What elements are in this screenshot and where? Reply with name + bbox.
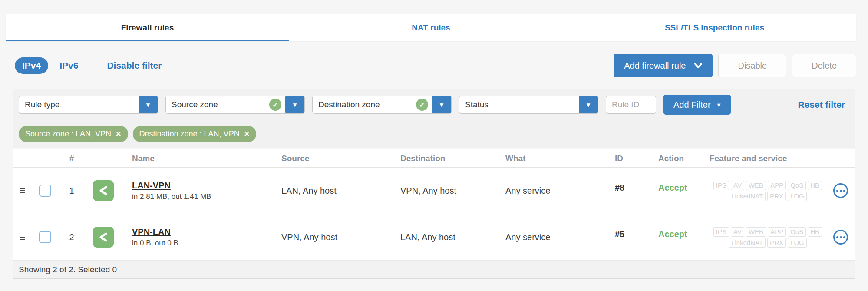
more-actions-button[interactable] xyxy=(833,230,848,245)
feature-badge-qos: QoS xyxy=(788,227,806,237)
chevron-down-icon[interactable]: ▾ xyxy=(579,96,598,114)
more-actions-button[interactable] xyxy=(833,183,848,198)
toolbar: IPv4 IPv6 Disable filter Add firewall ru… xyxy=(6,54,856,77)
rule-icon-cell xyxy=(85,180,122,201)
feature-badge-linkednat: LinkedNAT xyxy=(729,238,766,248)
header-what: What xyxy=(495,154,604,163)
status-label: Status xyxy=(459,100,579,109)
delete-button[interactable]: Delete xyxy=(792,54,856,77)
rule-action: Accept xyxy=(648,183,700,193)
rule-name-link[interactable]: LAN-VPN xyxy=(132,181,271,191)
drag-handle-cell xyxy=(13,188,32,193)
ellipsis-icon xyxy=(836,190,838,192)
rule-name-cell: VPN-LAN in 0 B, out 0 B xyxy=(122,227,271,248)
ipv4-toggle[interactable]: IPv4 xyxy=(15,57,48,74)
rule-what: Any service xyxy=(495,186,604,196)
rule-source: LAN, Any host xyxy=(271,186,390,196)
close-icon[interactable]: ✕ xyxy=(244,130,250,138)
add-filter-button[interactable]: Add Filter ▾ xyxy=(663,95,731,115)
drag-handle-icon[interactable] xyxy=(20,188,32,193)
filter-panel: Rule type ▾ Source zone ✓ ▾ Destination … xyxy=(13,89,855,148)
rule-id: #5 xyxy=(604,229,648,239)
header-source: Source xyxy=(271,154,390,163)
rule-source: VPN, Any host xyxy=(271,232,390,242)
feature-badge-app: APP xyxy=(768,227,786,237)
rule-name-cell: LAN-VPN in 2.81 MB, out 1.41 MB xyxy=(122,181,271,201)
rule-name-link[interactable]: VPN-LAN xyxy=(132,227,271,237)
rule-id-input[interactable] xyxy=(606,96,656,114)
add-firewall-rule-button[interactable]: Add firewall rule xyxy=(614,54,713,77)
filter-applied-check-icon: ✓ xyxy=(269,99,281,111)
reset-filter-link[interactable]: Reset filter xyxy=(798,99,849,110)
drag-handle-cell xyxy=(13,235,32,240)
tab-nat-rules[interactable]: NAT rules xyxy=(289,14,573,41)
close-icon[interactable]: ✕ xyxy=(116,130,121,138)
header-destination: Destination xyxy=(390,154,495,163)
feature-badge-log: LOG xyxy=(788,238,807,248)
feature-badge-hb: HB xyxy=(808,181,822,190)
row-checkbox[interactable] xyxy=(39,231,51,243)
feature-badge-web: WEB xyxy=(746,181,766,190)
add-filter-label: Add Filter xyxy=(673,100,711,110)
source-zone-dropdown[interactable]: Source zone ✓ ▾ xyxy=(165,96,305,114)
table-row: 2 VPN-LAN in 0 B, out 0 B VPN, Any host … xyxy=(13,214,855,261)
filter-applied-check-icon: ✓ xyxy=(416,99,428,111)
chevron-down-icon[interactable]: ▾ xyxy=(432,96,451,114)
share-icon xyxy=(98,185,109,196)
feature-badge-ips: IPS xyxy=(713,181,729,190)
header-number: # xyxy=(58,154,85,163)
feature-badges: IPS AV WEB APP QoS HB LinkedNAT PRX LOG xyxy=(713,181,822,201)
rule-number: 1 xyxy=(58,186,85,196)
chip-label: Destination zone : LAN, VPN xyxy=(139,129,240,139)
rule-type-dropdown[interactable]: Rule type ▾ xyxy=(19,96,158,114)
header-name: Name xyxy=(122,154,271,163)
feature-badge-av: AV xyxy=(731,181,744,190)
header-id: ID xyxy=(604,154,648,163)
filter-row: Rule type ▾ Source zone ✓ ▾ Destination … xyxy=(13,89,855,120)
header-action: Action xyxy=(648,154,700,163)
chevron-down-icon: ▾ xyxy=(717,101,721,109)
tab-ssl-tls-inspection-rules[interactable]: SSL/TLS inspection rules xyxy=(573,14,856,41)
destination-zone-label: Destination zone xyxy=(313,100,416,109)
network-rule-icon[interactable] xyxy=(93,180,114,201)
checkbox-cell xyxy=(32,231,58,243)
feature-and-service-cell: IPS AV WEB APP QoS HB LinkedNAT PRX LOG xyxy=(700,181,855,201)
row-checkbox[interactable] xyxy=(39,185,51,197)
destination-zone-filter-chip[interactable]: Destination zone : LAN, VPN ✕ xyxy=(133,126,257,142)
rule-destination: VPN, Any host xyxy=(390,186,495,196)
feature-and-service-cell: IPS AV WEB APP QoS HB LinkedNAT PRX LOG xyxy=(700,227,855,248)
rule-traffic: in 2.81 MB, out 1.41 MB xyxy=(132,192,271,201)
disable-button[interactable]: Disable xyxy=(718,54,786,77)
table-row: 1 LAN-VPN in 2.81 MB, out 1.41 MB LAN, A… xyxy=(13,168,855,214)
status-dropdown[interactable]: Status ▾ xyxy=(459,96,598,114)
table-footer-status: Showing 2 of 2. Selected 0 xyxy=(13,261,855,278)
active-filter-chips: Source zone : LAN, VPN ✕ Destination zon… xyxy=(13,120,855,148)
chip-label: Source zone : LAN, VPN xyxy=(25,129,111,139)
source-zone-label: Source zone xyxy=(166,100,269,109)
network-rule-icon[interactable] xyxy=(93,227,114,248)
rule-id: #8 xyxy=(604,183,648,193)
disable-filter-link[interactable]: Disable filter xyxy=(107,60,162,71)
rule-what: Any service xyxy=(495,232,604,242)
add-firewall-rule-label: Add firewall rule xyxy=(624,61,686,71)
toolbar-buttons: Add firewall rule Disable Delete xyxy=(614,54,856,77)
feature-badge-web: WEB xyxy=(746,227,766,237)
rule-destination: LAN, Any host xyxy=(390,232,495,242)
share-icon xyxy=(98,231,109,243)
feature-badge-ips: IPS xyxy=(713,227,729,237)
chevron-down-icon[interactable]: ▾ xyxy=(139,96,158,114)
ipv6-toggle[interactable]: IPv6 xyxy=(59,60,78,71)
destination-zone-dropdown[interactable]: Destination zone ✓ ▾ xyxy=(312,96,452,114)
feature-badge-log: LOG xyxy=(788,192,807,201)
header-feature-and-service: Feature and service xyxy=(700,154,855,163)
source-zone-filter-chip[interactable]: Source zone : LAN, VPN ✕ xyxy=(19,126,128,142)
feature-badge-hb: HB xyxy=(808,227,822,237)
firewall-rules-table: # Name Source Destination What ID Action… xyxy=(13,149,855,279)
chevron-down-icon[interactable]: ▾ xyxy=(285,96,304,114)
feature-badges: IPS AV WEB APP QoS HB LinkedNAT PRX LOG xyxy=(713,227,822,248)
feature-badge-prx: PRX xyxy=(767,192,786,201)
feature-badge-app: APP xyxy=(768,181,786,190)
feature-badge-linkednat: LinkedNAT xyxy=(729,192,766,201)
drag-handle-icon[interactable] xyxy=(20,235,32,240)
tab-firewall-rules[interactable]: Firewall rules xyxy=(6,14,289,41)
